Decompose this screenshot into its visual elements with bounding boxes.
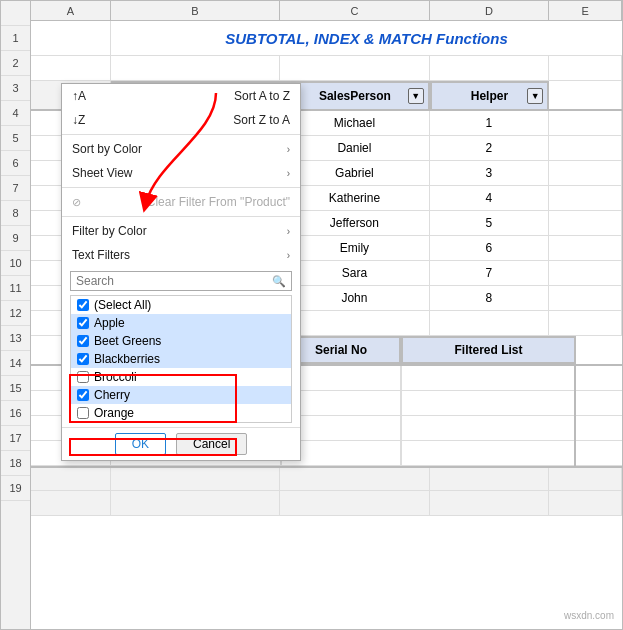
row9-helper: 6: [430, 236, 550, 260]
checkbox-beet-greens-input[interactable]: [77, 335, 89, 347]
filter-dropdown: ↑A Sort A to Z ↓Z Sort Z to A Sort by Co…: [61, 83, 301, 461]
search-box: 🔍: [70, 271, 292, 291]
checkbox-apple[interactable]: Apple: [71, 314, 291, 332]
srow15-filtered: [401, 391, 576, 416]
ok-button[interactable]: OK: [115, 433, 166, 455]
row4-salesperson: Michael: [280, 111, 430, 135]
row5-salesperson: Daniel: [280, 136, 430, 160]
row4-e: [549, 111, 622, 135]
row2-cell-c: [280, 56, 430, 80]
checkbox-apple-label: Apple: [94, 316, 125, 330]
filter-by-color-label: Filter by Color: [72, 224, 147, 238]
row10-e: [549, 261, 622, 285]
checkbox-blackberries[interactable]: Blackberries: [71, 350, 291, 368]
data-row-18: [31, 466, 622, 491]
row-num-3: 3: [1, 76, 30, 101]
divider-2: [62, 187, 300, 188]
srow14-filtered: [401, 366, 576, 391]
row-num-18: 18: [1, 451, 30, 476]
checkbox-apple-input[interactable]: [77, 317, 89, 329]
header-helper: Helper ▼: [430, 81, 550, 109]
row-num-12: 12: [1, 301, 30, 326]
row11-e: [549, 286, 622, 310]
checkbox-broccoli[interactable]: Broccoli: [71, 368, 291, 386]
sort-by-color-chevron: ›: [287, 144, 290, 155]
row-num-14: 14: [1, 351, 30, 376]
row-2: [31, 56, 622, 81]
checkbox-orange-label: Orange: [94, 406, 134, 420]
sheet-view-label: Sheet View: [72, 166, 133, 180]
checkbox-beet-greens[interactable]: Beet Greens: [71, 332, 291, 350]
row6-helper: 3: [430, 161, 550, 185]
sheet-view-item[interactable]: Sheet View ›: [62, 161, 300, 185]
col-header-a: A: [31, 1, 111, 21]
search-icon: 🔍: [272, 275, 286, 288]
row10-helper: 7: [430, 261, 550, 285]
checkbox-cherry-input[interactable]: [77, 389, 89, 401]
helper-filter-button[interactable]: ▼: [527, 88, 543, 104]
row9-salesperson: Emily: [280, 236, 430, 260]
text-filters-item[interactable]: Text Filters ›: [62, 243, 300, 267]
row-num-10: 10: [1, 251, 30, 276]
sort-z-to-a-icon: ↓Z: [72, 113, 85, 127]
cancel-button[interactable]: Cancel: [176, 433, 247, 455]
checkbox-cherry[interactable]: Cherry: [71, 386, 291, 404]
row8-helper: 5: [430, 211, 550, 235]
row-num-19: 19: [1, 476, 30, 501]
title-cell-a: [31, 21, 111, 56]
checkbox-broccoli-label: Broccoli: [94, 370, 137, 384]
checkbox-broccoli-input[interactable]: [77, 371, 89, 383]
sheet-view-chevron: ›: [287, 168, 290, 179]
row-num-5: 5: [1, 126, 30, 151]
text-filters-label: Text Filters: [72, 248, 130, 262]
checkbox-orange-input[interactable]: [77, 407, 89, 419]
row-num-4: 4: [1, 101, 30, 126]
checkbox-cherry-label: Cherry: [94, 388, 130, 402]
sort-by-color-label: Sort by Color: [72, 142, 142, 156]
checkbox-select-all-input[interactable]: [77, 299, 89, 311]
col-header-c: C: [280, 1, 430, 21]
filter-by-color-item[interactable]: Filter by Color ›: [62, 219, 300, 243]
header-cell-e: [549, 81, 622, 109]
row7-e: [549, 186, 622, 210]
sort-a-to-z-item[interactable]: ↑A Sort A to Z: [62, 84, 300, 108]
watermark: wsxdn.com: [564, 610, 614, 621]
row-num-15: 15: [1, 376, 30, 401]
row2-cell-e: [549, 56, 622, 80]
row12-e: [549, 311, 622, 335]
row5-e: [549, 136, 622, 160]
row2-cell-d: [430, 56, 550, 80]
divider-3: [62, 216, 300, 217]
row-num-6: 6: [1, 151, 30, 176]
row8-salesperson: Jefferson: [280, 211, 430, 235]
checkbox-select-all-label: (Select All): [94, 298, 151, 312]
text-filters-chevron: ›: [287, 250, 290, 261]
row4-helper: 1: [430, 111, 550, 135]
row6-e: [549, 161, 622, 185]
clear-filter-item[interactable]: ⊘ Clear Filter From "Product": [62, 190, 300, 214]
spreadsheet: A B C D E 1 2 3 4 5 6 7 8 9 10 11 12 13 …: [0, 0, 623, 630]
checkbox-beet-greens-label: Beet Greens: [94, 334, 161, 348]
checkbox-blackberries-input[interactable]: [77, 353, 89, 365]
search-input[interactable]: [76, 274, 268, 288]
row-num-11: 11: [1, 276, 30, 301]
clear-filter-icon: ⊘: [72, 196, 81, 209]
spreadsheet-title: SUBTOTAL, INDEX & MATCH Functions: [111, 30, 622, 47]
col-header-b: B: [111, 1, 280, 21]
clear-filter-label: Clear Filter From "Product": [147, 195, 290, 209]
row10-salesperson: Sara: [280, 261, 430, 285]
column-headers: A B C D E: [31, 1, 622, 21]
checkbox-select-all[interactable]: (Select All): [71, 296, 291, 314]
row-num-blank: [1, 1, 30, 26]
col-header-d: D: [430, 1, 550, 21]
sort-z-to-a-item[interactable]: ↓Z Sort Z to A: [62, 108, 300, 132]
sort-by-color-item[interactable]: Sort by Color ›: [62, 137, 300, 161]
row8-e: [549, 211, 622, 235]
divider-1: [62, 134, 300, 135]
row-num-17: 17: [1, 426, 30, 451]
row2-cell-a: [31, 56, 111, 80]
salesperson-filter-button[interactable]: ▼: [408, 88, 424, 104]
col-header-e: E: [549, 1, 622, 21]
row-num-13: 13: [1, 326, 30, 351]
checkbox-orange[interactable]: Orange: [71, 404, 291, 422]
